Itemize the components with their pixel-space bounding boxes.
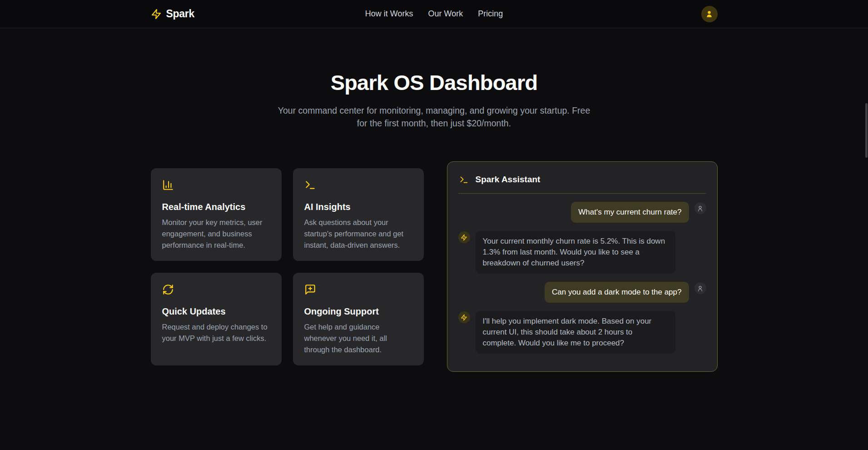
nav-link-our-work[interactable]: Our Work [428, 9, 463, 19]
brand[interactable]: Spark [151, 8, 194, 20]
terminal-icon [304, 179, 316, 191]
nav-links: How it Works Our Work Pricing [365, 9, 503, 19]
user-icon [705, 10, 714, 18]
feature-card-realtime-analytics: Real-time Analytics Monitor your key met… [151, 168, 282, 261]
user-avatar [694, 202, 706, 214]
spark-assistant-panel: Spark Assistant What's my current churn … [447, 161, 718, 372]
feature-card-ongoing-support: Ongoing Support Get help and guidance wh… [293, 273, 424, 365]
feature-title: AI Insights [304, 202, 412, 212]
page-subtitle: Your command center for monitoring, mana… [278, 104, 591, 130]
assistant-title: Spark Assistant [476, 175, 541, 185]
zap-icon [461, 314, 467, 321]
features-grid: Real-time Analytics Monitor your key met… [151, 168, 424, 365]
feature-description: Get help and guidance whenever you need … [304, 321, 412, 355]
assistant-avatar [458, 231, 470, 243]
user-message-bubble: Can you add a dark mode to the app? [545, 282, 689, 303]
zap-icon [461, 234, 467, 241]
spark-logo-icon [151, 9, 162, 20]
user-icon [697, 285, 704, 292]
chat-message-assistant: I'll help you implement dark mode. Based… [458, 311, 706, 354]
refresh-icon [162, 284, 174, 295]
page-title: Spark OS Dashboard [0, 70, 868, 95]
feature-title: Quick Updates [162, 306, 270, 317]
feature-title: Ongoing Support [304, 306, 412, 317]
nav-link-how-it-works[interactable]: How it Works [365, 9, 413, 19]
divider [458, 193, 706, 194]
chat-message-user: What's my current churn rate? [458, 202, 706, 223]
assistant-message-bubble: Your current monthly churn rate is 5.2%.… [476, 231, 675, 274]
chat-message-user: Can you add a dark mode to the app? [458, 282, 706, 303]
feature-description: Ask questions about your startup's perfo… [304, 217, 412, 251]
user-message-bubble: What's my current churn rate? [571, 202, 689, 223]
feature-description: Request and deploy changes to your MVP w… [162, 321, 270, 344]
main-content: Spark OS Dashboard Your command center f… [0, 28, 868, 372]
assistant-message-bubble: I'll help you implement dark mode. Based… [476, 311, 675, 354]
content-row: Real-time Analytics Monitor your key met… [151, 161, 718, 372]
account-avatar-button[interactable] [701, 6, 718, 22]
navbar-inner: Spark How it Works Our Work Pricing [151, 6, 718, 22]
assistant-header: Spark Assistant [458, 173, 706, 185]
feature-title: Real-time Analytics [162, 202, 270, 212]
feature-card-quick-updates: Quick Updates Request and deploy changes… [151, 273, 282, 365]
chat-messages: What's my current churn rate? Your curre… [458, 202, 706, 354]
nav-link-pricing[interactable]: Pricing [478, 9, 503, 19]
bar-chart-icon [162, 179, 174, 191]
message-square-plus-icon [304, 284, 316, 295]
user-icon [697, 205, 704, 212]
user-avatar [694, 282, 706, 294]
terminal-icon [459, 175, 469, 185]
feature-description: Monitor your key metrics, user engagemen… [162, 217, 270, 251]
assistant-avatar [458, 311, 470, 323]
scrollbar[interactable] [865, 103, 868, 158]
feature-card-ai-insights: AI Insights Ask questions about your sta… [293, 168, 424, 261]
chat-message-assistant: Your current monthly churn rate is 5.2%.… [458, 231, 706, 274]
navbar: Spark How it Works Our Work Pricing [0, 0, 868, 28]
hero-section: Spark OS Dashboard Your command center f… [0, 28, 868, 130]
brand-name: Spark [166, 8, 194, 20]
